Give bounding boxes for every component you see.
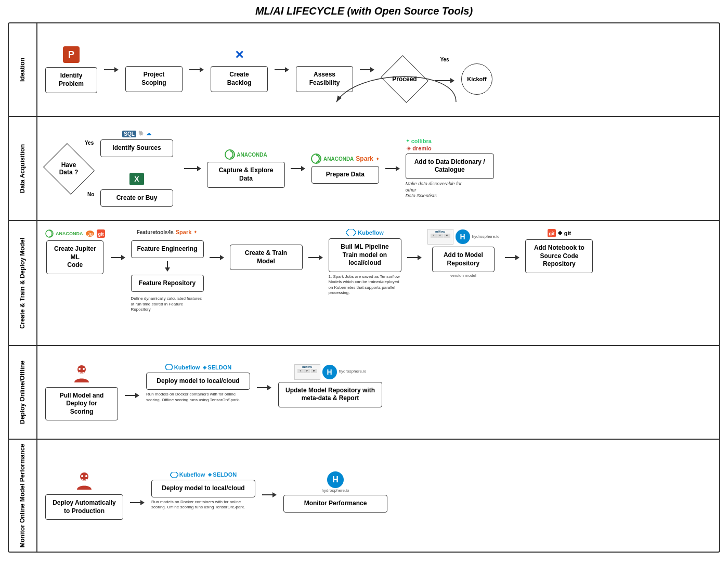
- mlflow-hydro-icons: mlflow T P M H hydrosp: [427, 229, 500, 245]
- have-data-diamond: HaveData ?: [45, 148, 92, 189]
- lane-ideation: Ideation P Ide: [9, 23, 719, 117]
- build-pipeline-wrapper: Kubeflow Buil ML PipelineTrain model onl…: [329, 229, 401, 296]
- deploy-auto-wrapper: Deploy Automaticallyto Production: [45, 471, 123, 520]
- svg-marker-19: [165, 364, 173, 370]
- arrow-auto-deploylocal: [130, 500, 145, 505]
- confluence-icon: ✕: [232, 47, 246, 62]
- svg-point-17: [79, 368, 81, 370]
- version-note: version model: [450, 273, 476, 278]
- create-or-buy-box: Create or Buy: [100, 189, 173, 207]
- arrow-1: [104, 67, 119, 72]
- project-scoping-box: ProjectScoping: [125, 66, 183, 92]
- kubeflow-seldon-icons-2: Kubeflow ◈ SELDON: [170, 471, 237, 478]
- yes-branch: SQL 🐘 ☁ Identify Sources: [100, 131, 173, 157]
- prepare-data-wrapper: ANACONDA Spark ✦ Prepare Data: [311, 153, 380, 184]
- mlflow-panel-2: mlflow T P M: [294, 364, 320, 380]
- hydro-icon-3: H hydrosphere.io: [322, 471, 349, 493]
- identify-problem-box: Identify Problem: [45, 67, 97, 93]
- data-dict-wrapper: ✦ collibra ◈ dremio Add to Data Dictiona…: [406, 138, 494, 199]
- feature-repo-note: Define dynamically calculated features a…: [131, 296, 204, 312]
- anaconda-spark-icons: ANACONDA Spark ✦: [311, 153, 380, 164]
- svg-point-21: [81, 475, 83, 477]
- create-train-box: Create & Train Model: [230, 245, 303, 270]
- anaconda-icon-1: ANACONDA: [225, 149, 267, 160]
- capture-explore-box: Capture & Explore Data: [207, 162, 285, 187]
- deploy-flow: Pull Model and Deploy forScoring: [45, 364, 711, 421]
- notebook-repo-wrapper: git ❖ git Add Notebook toSource CodeRepo…: [525, 229, 593, 273]
- arrow-prepare-dict: [385, 166, 400, 171]
- svg-text:Ju: Ju: [87, 232, 93, 237]
- feature-engineering-box: Feature Engineering: [131, 240, 204, 258]
- arrow-deploylocal-monitor: [262, 492, 277, 497]
- monitor-flow: Deploy Automaticallyto Production: [45, 471, 711, 520]
- update-repo-box: Update Model Repository withmeta-data & …: [278, 382, 382, 407]
- featuretools-icons: Featuretools4s Spark ✦: [137, 229, 198, 235]
- svg-text:X: X: [134, 175, 139, 183]
- deploy-auto-box: Deploy Automaticallyto Production: [45, 494, 123, 520]
- monitor-label: Monitor Online Model Performance: [9, 440, 37, 552]
- arrow-fe-ctm: [210, 255, 224, 260]
- prepare-data-box: Prepare Data: [311, 166, 379, 184]
- data-acq-content: HaveData ? SQL 🐘 ☁: [37, 117, 719, 220]
- data-acq-label: Data Acquisition: [9, 117, 37, 220]
- excel-icon: X: [129, 173, 144, 187]
- kubeflow-seldon-icons: Kubeflow ◈ SELDON: [165, 364, 231, 370]
- model-repo-wrapper: mlflow T P M H hydrosp: [427, 229, 500, 278]
- branches: SQL 🐘 ☁ Identify Sources: [100, 131, 173, 207]
- arrow-modelrepo-noterepo: [505, 255, 519, 260]
- create-backlog-box: CreateBacklog: [211, 66, 268, 92]
- create-jupyter-box: Create Jupiter MLCode: [46, 240, 103, 274]
- ideation-content: P Identify Problem: [37, 23, 719, 116]
- deploy-note: Run models on Docker containers with for…: [146, 392, 250, 403]
- lifecycle-grid: Ideation P Ide: [8, 22, 720, 553]
- collibra-dremio-icons: ✦ collibra ◈ dremio: [406, 138, 432, 151]
- lane-deploy: Deploy Online/Offline: [9, 346, 719, 440]
- deploy-label: Deploy Online/Offline: [9, 346, 37, 439]
- source-icons: SQL 🐘 ☁: [122, 131, 151, 137]
- mlflow-hydro-icons-2: mlflow T P M H hydrosphere.io: [294, 364, 367, 380]
- main-title: ML/AI LIFECYCLE (with Open Source Tools): [8, 5, 720, 17]
- notebook-repo-box: Add Notebook toSource CodeRepository: [525, 239, 593, 273]
- no-branch: X Create or Buy: [100, 173, 173, 207]
- deploy-local-box: Deploy model to local/cloud: [146, 373, 250, 390]
- kickoff-circle: Kickoff: [461, 63, 492, 95]
- svg-marker-23: [170, 472, 178, 478]
- git-icon-2: git ❖ git: [548, 229, 571, 237]
- proceed-diamond: Proceed: [381, 61, 428, 97]
- lane-data-acquisition: Data Acquisition HaveData ?: [9, 117, 719, 221]
- yes-branch-label: Yes: [85, 140, 94, 146]
- deploy-local2-wrapper: Kubeflow ◈ SELDON Deploy model to local/…: [151, 471, 255, 510]
- arrow-jupyter-fe: [111, 255, 125, 260]
- deploy-local2-box: Deploy model to local/cloud: [151, 480, 255, 497]
- lane-monitor: Monitor Online Model Performance: [9, 440, 719, 552]
- arrow-2: [189, 67, 204, 72]
- build-pipeline-box: Buil ML PipelineTrain model onlocal/clou…: [329, 238, 401, 272]
- deploy-person-icon: [73, 364, 90, 385]
- feature-repo-box: Feature Repository: [131, 275, 204, 292]
- pull-model-wrapper: Pull Model and Deploy forScoring: [45, 364, 118, 421]
- hydro-icon-1: H: [456, 229, 470, 244]
- arrow-pull-deploy: [125, 393, 139, 398]
- fe-wrapper: Featuretools4s Spark ✦ Feature Engineeri…: [131, 229, 204, 312]
- merge-arrow: [181, 166, 204, 171]
- page-container: ML/AI LIFECYCLE (with Open Source Tools)…: [0, 0, 728, 558]
- hydro-icon-2: H: [322, 365, 337, 379]
- model-label: Create & Train & Deploy Model: [9, 221, 37, 345]
- svg-text:✕: ✕: [235, 48, 244, 61]
- mlflow-panel: mlflow T P M: [427, 229, 453, 245]
- pull-model-box: Pull Model and Deploy forScoring: [45, 387, 118, 421]
- arrow-deploy-update: [257, 385, 271, 390]
- arrow-3: [275, 67, 289, 72]
- deploy-local-wrapper: Kubeflow ◈ SELDON Deploy model to local/…: [146, 364, 250, 403]
- model-repo-box: Add to ModelRepository: [432, 247, 495, 272]
- svg-point-22: [85, 475, 87, 477]
- model-content: ANACONDA Ju git: [37, 221, 719, 345]
- deploy-content: Pull Model and Deploy forScoring: [37, 346, 719, 439]
- ideation-label: Ideation: [9, 23, 37, 116]
- svg-text:git: git: [549, 231, 554, 236]
- anaconda-icon-2: [45, 229, 54, 238]
- create-train-wrapper: Create & Train Model: [230, 229, 303, 270]
- vert-arrow-fe-fr: [165, 261, 170, 272]
- arrow-capture-prepare: [291, 166, 305, 171]
- powerpoint-icon: P: [63, 46, 80, 63]
